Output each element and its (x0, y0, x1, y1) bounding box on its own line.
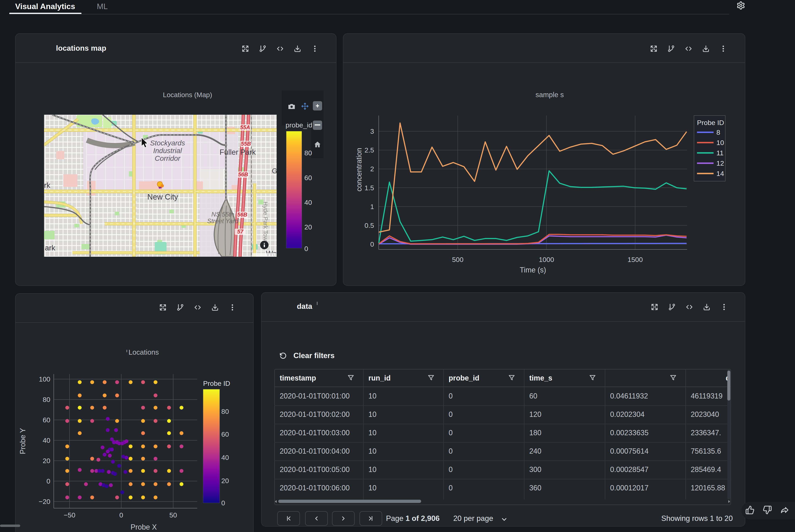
svg-text:8: 8 (716, 129, 720, 136)
svg-text:Industrial: Industrial (153, 147, 182, 154)
svg-text:56B: 56B (238, 171, 248, 177)
svg-text:80: 80 (221, 407, 229, 415)
svg-text:12: 12 (716, 159, 724, 167)
svg-text:55B: 55B (241, 141, 251, 147)
svg-text:0: 0 (370, 240, 374, 248)
svg-text:14: 14 (716, 170, 724, 177)
svg-text:1000: 1000 (539, 256, 554, 263)
svg-text:11: 11 (716, 149, 723, 157)
svg-text:3: 3 (370, 128, 374, 135)
svg-text:NS 55th: NS 55th (211, 211, 234, 218)
svg-text:New City: New City (147, 193, 178, 201)
svg-text:Probe Y: Probe Y (19, 428, 27, 454)
svg-text:80: 80 (43, 396, 50, 403)
svg-text:10: 10 (716, 139, 724, 147)
svg-text:−50: −50 (64, 511, 75, 519)
svg-text:40: 40 (43, 436, 50, 444)
svg-text:60: 60 (43, 416, 50, 424)
svg-text:1.5: 1.5 (365, 184, 374, 192)
svg-text:40: 40 (221, 454, 229, 461)
svg-text:concentration: concentration (355, 148, 363, 191)
svg-text:1: 1 (370, 203, 374, 210)
svg-text:Locations: Locations (129, 348, 159, 356)
svg-text:sample s: sample s (536, 91, 564, 99)
svg-text:20: 20 (221, 477, 229, 484)
svg-text:Grand: Grand (272, 167, 277, 175)
svg-text:Street Yard: Street Yard (207, 217, 239, 225)
svg-text:2: 2 (370, 165, 374, 173)
svg-text:500: 500 (452, 256, 464, 263)
svg-text:0.5: 0.5 (365, 222, 374, 229)
svg-text:Probe X: Probe X (131, 523, 157, 531)
svg-text:Fuller Park: Fuller Park (220, 148, 256, 156)
svg-text:100: 100 (39, 375, 50, 383)
svg-text:Probe ID: Probe ID (697, 119, 724, 127)
svg-text:Probe ID: Probe ID (203, 380, 230, 387)
svg-text:60: 60 (221, 431, 229, 438)
svg-text:Time (s): Time (s) (520, 266, 546, 274)
svg-text:50: 50 (169, 511, 177, 519)
svg-text:0: 0 (221, 499, 225, 507)
svg-text:2.5: 2.5 (365, 146, 374, 154)
svg-text:56B: 56B (237, 212, 247, 218)
svg-text:20: 20 (43, 457, 50, 464)
svg-text:rk: rk (44, 181, 50, 189)
svg-text:55A: 55A (240, 125, 250, 131)
svg-text:0: 0 (47, 477, 50, 485)
svg-text:1500: 1500 (627, 256, 643, 263)
svg-text:57: 57 (237, 229, 244, 235)
svg-text:ark: ark (45, 244, 55, 252)
svg-text:Corridor: Corridor (155, 154, 181, 162)
svg-text:Hyde Park Towns: Hyde Park Towns (262, 202, 269, 247)
svg-text:Stockyards: Stockyards (150, 139, 185, 147)
svg-text:−20: −20 (39, 498, 50, 505)
svg-text:0: 0 (119, 511, 123, 519)
